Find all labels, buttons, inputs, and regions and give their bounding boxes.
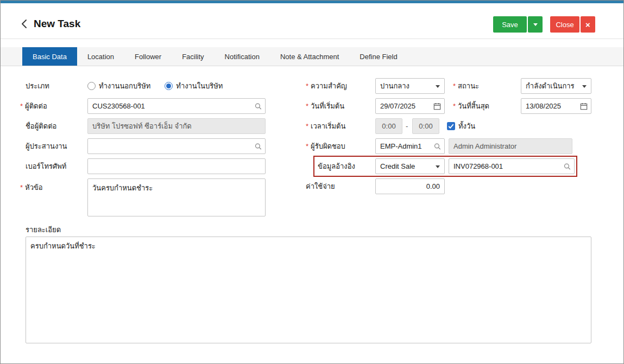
detail-label: รายละเอียด xyxy=(26,222,61,238)
priority-value: ปานกลาง xyxy=(380,80,409,92)
tab-location[interactable]: Location xyxy=(77,47,124,66)
all-day-checkbox-group[interactable]: ทั้งวัน xyxy=(447,118,475,134)
save-dropdown-button[interactable] xyxy=(528,16,543,33)
time-to-input xyxy=(412,118,439,134)
subject-textarea[interactable]: วันครบกำหนดชำระ xyxy=(87,178,266,216)
required-mark: * xyxy=(453,82,456,90)
reference-doc-field xyxy=(449,158,575,174)
title-wrap: New Task xyxy=(21,15,80,33)
search-icon[interactable] xyxy=(434,143,441,150)
time-from-input xyxy=(375,118,402,134)
tab-follower[interactable]: Follower xyxy=(124,47,172,66)
calendar-icon[interactable] xyxy=(433,103,441,110)
contact-name-field xyxy=(87,118,266,134)
contact-field xyxy=(87,98,266,114)
search-icon[interactable] xyxy=(255,143,262,150)
label-text: หัวข้อ xyxy=(25,183,43,191)
header: New Task Save Close × xyxy=(1,3,623,39)
tab-bar: Basic Data Location Follower Facility No… xyxy=(1,47,623,66)
expense-label: ค่าใช้จ่าย xyxy=(306,178,335,194)
required-mark: * xyxy=(20,102,23,110)
priority-select[interactable]: ปานกลาง xyxy=(375,78,445,94)
tab-notification[interactable]: Notification xyxy=(215,47,270,66)
label-text: ข้อมูลอ้างอิง xyxy=(318,162,355,170)
detail-field: ครบกำหนดวันที่ชำระ xyxy=(26,237,591,343)
back-button[interactable] xyxy=(21,19,27,29)
time-separator: - xyxy=(406,118,408,134)
label-text: เบอร์โทรศัพท์ xyxy=(26,162,66,170)
close-button[interactable]: Close xyxy=(550,16,579,33)
label-text: ค่าใช้จ่าย xyxy=(306,182,335,190)
new-task-window: New Task Save Close × Basic Data Locatio… xyxy=(0,0,624,364)
status-select[interactable]: กำลังดำเนินการ xyxy=(521,78,591,94)
required-mark: * xyxy=(20,183,23,191)
label-text: ความสำคัญ xyxy=(311,82,347,90)
close-split-button: Close × xyxy=(550,16,595,33)
search-icon[interactable] xyxy=(564,163,571,170)
status-value: กำลังดำเนินการ xyxy=(526,80,575,92)
radio-unselected-icon xyxy=(87,82,96,90)
coordinator-label: ผู้ประสานงาน xyxy=(26,138,67,154)
all-day-label: ทั้งวัน xyxy=(458,120,475,132)
radio-label: ทำงานในบริษัท xyxy=(176,80,223,92)
reference-type-value: Credit Sale xyxy=(380,162,415,170)
label-text: รายละเอียด xyxy=(26,226,61,234)
start-date-field xyxy=(375,98,445,114)
tab-facility[interactable]: Facility xyxy=(172,47,214,66)
required-mark: * xyxy=(306,122,308,130)
coordinator-input[interactable] xyxy=(87,138,266,154)
checkbox-checked-icon[interactable] xyxy=(447,122,455,130)
status-label: *สถานะ xyxy=(453,78,479,94)
label-text: ผู้ติดต่อ xyxy=(25,102,47,110)
radio-label: ทำงานนอกบริษัท xyxy=(99,80,150,92)
radio-work-outside[interactable]: ทำงานนอกบริษัท xyxy=(87,80,150,92)
calendar-icon[interactable] xyxy=(580,103,588,110)
search-icon[interactable] xyxy=(255,103,262,110)
chevron-down-icon xyxy=(582,85,587,88)
task-type-group: ทำงานนอกบริษัท ทำงานในบริษัท xyxy=(87,78,223,94)
owner-code-field xyxy=(375,138,445,154)
time-from-field xyxy=(375,118,402,134)
close-x-button[interactable]: × xyxy=(581,16,595,33)
contact-name-input xyxy=(87,118,266,134)
reference-doc-input[interactable] xyxy=(449,158,575,174)
label-text: ผู้ประสานงาน xyxy=(26,142,67,150)
required-mark: * xyxy=(453,102,456,110)
subject-field: วันครบกำหนดชำระ xyxy=(87,178,266,216)
label-text: ผู้รับผิดชอบ xyxy=(311,142,345,150)
end-date-field xyxy=(521,98,591,114)
priority-label: *ความสำคัญ xyxy=(306,78,347,94)
phone-field xyxy=(87,158,266,174)
save-button[interactable]: Save xyxy=(493,16,527,33)
required-mark: * xyxy=(306,142,308,150)
start-date-label: *วันที่เริ่มต้น xyxy=(306,98,344,114)
owner-name-input xyxy=(449,138,572,154)
contact-input[interactable] xyxy=(87,98,266,114)
label-text: สถานะ xyxy=(458,82,479,90)
chevron-left-icon xyxy=(21,19,27,29)
owner-label: *ผู้รับผิดชอบ xyxy=(306,138,345,154)
label-text: ประเภท xyxy=(26,82,49,90)
tab-define-field[interactable]: Define Field xyxy=(349,47,407,66)
time-to-field xyxy=(412,118,439,134)
reference-type-select[interactable]: Credit Sale xyxy=(375,158,445,174)
phone-input[interactable] xyxy=(87,158,266,174)
required-mark: * xyxy=(306,82,308,90)
contact-name-label: ชื่อผู้ติดต่อ xyxy=(26,118,56,134)
subject-label: *หัวข้อ xyxy=(20,180,43,195)
contact-label: *ผู้ติดต่อ xyxy=(20,98,47,114)
label-text: เวลาเริ่มต้น xyxy=(311,122,345,130)
expense-input[interactable] xyxy=(375,178,445,194)
page-title: New Task xyxy=(34,18,80,30)
save-split-button: Save xyxy=(493,16,543,33)
start-time-label: *เวลาเริ่มต้น xyxy=(306,118,345,134)
reference-label: ข้อมูลอ้างอิง xyxy=(318,158,355,174)
header-actions: Save Close × xyxy=(493,16,595,33)
detail-textarea[interactable]: ครบกำหนดวันที่ชำระ xyxy=(26,237,591,343)
type-label: ประเภท xyxy=(26,78,49,94)
tab-note-attachment[interactable]: Note & Attachment xyxy=(270,47,349,66)
tab-basic-data[interactable]: Basic Data xyxy=(22,47,77,66)
radio-work-inside[interactable]: ทำงานในบริษัท xyxy=(165,80,223,92)
chevron-down-icon xyxy=(436,165,440,168)
label-text: ชื่อผู้ติดต่อ xyxy=(26,122,56,130)
